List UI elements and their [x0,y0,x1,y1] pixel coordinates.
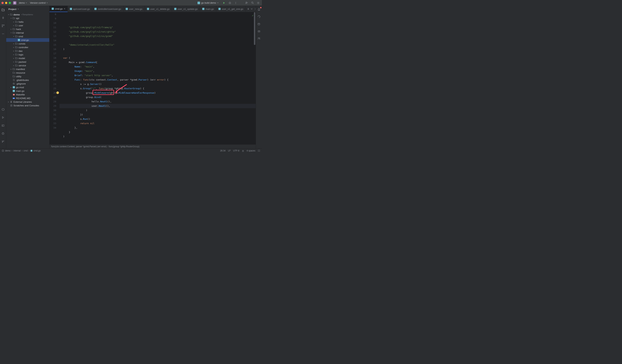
code-line[interactable]: group.Middleware(ghttp.MiddlewareHandler… [59,91,256,95]
tree-item-hack[interactable]: ▸hack [6,27,49,31]
line-number[interactable]: 14 [49,38,56,43]
tree-arrow-icon[interactable]: ▸ [12,42,15,45]
tree-arrow-icon[interactable]: ▸ [12,64,15,67]
tree-item-resource[interactable]: resource [6,71,49,75]
vertical-dots-icon[interactable] [254,8,256,10]
tree-item-controller[interactable]: ▸controller [6,45,49,49]
vertical-scrollbar[interactable] [253,12,256,144]
structure-tool-button[interactable] [1,23,5,28]
tree-arrow-icon[interactable] [10,82,12,85]
line-number[interactable]: 24 [49,82,56,86]
tree-arrow-icon[interactable]: ▾ [12,35,15,38]
code-line[interactable]: user.NewV1(), [59,104,256,108]
code-content[interactable]: "github.com/gogf/gf/v2/frame/g" "github.… [59,12,256,144]
tree-item-hello[interactable]: ▸hello [6,20,49,24]
tree-item-logic[interactable]: ▸logic [6,53,49,56]
tree-item-external-libraries[interactable]: ▸External Libraries [6,100,49,104]
line-number[interactable]: 13 [49,34,56,38]
run-config-dropdown[interactable]: go build demo [196,1,220,4]
tree-arrow-icon[interactable]: ▸ [12,57,15,59]
code-line[interactable]: var ( [59,56,256,60]
line-number[interactable]: 29 [49,104,56,108]
tree-arrow-icon[interactable]: ▸ [10,86,12,89]
code-line[interactable] [59,38,256,43]
tree-arrow-icon[interactable]: ▸ [12,46,15,49]
line-number[interactable]: 19 [49,60,56,65]
indent-settings[interactable]: 4 spaces [247,150,255,152]
line-number[interactable]: 27 [49,95,56,99]
more-tools-button[interactable] [1,31,5,36]
tree-arrow-icon[interactable] [10,93,12,96]
notifications-button[interactable] [257,7,261,12]
tree-arrow-icon[interactable]: ▾ [10,31,12,34]
chevron-down-icon[interactable] [251,8,253,10]
project-panel-header[interactable]: Project [6,6,49,12]
editor-tab[interactable]: user_v1_delete.go [145,6,172,12]
ai-assistant-button[interactable] [257,15,261,19]
tree-arrow-icon[interactable]: ▸ [12,60,15,63]
close-tab-button[interactable]: × [64,7,65,10]
tree-item-user[interactable]: ▸user [6,24,49,27]
line-number[interactable]: 21 [49,69,56,73]
inspection-ok-icon[interactable]: ✓ [252,13,253,18]
code-line[interactable] [59,139,256,143]
code-line[interactable]: return nil [59,121,256,126]
run-button[interactable] [222,1,226,5]
scrollbar-thumb[interactable] [254,12,255,45]
collaborate-button[interactable] [257,36,261,41]
code-with-me-button[interactable] [244,1,249,5]
code-line[interactable]: "demo/internal/controller/hello" [59,43,256,47]
tree-item-scratches-and-consoles[interactable]: Scratches and Consoles [6,104,49,107]
line-number[interactable]: 10 [49,21,56,25]
code-line[interactable]: } [59,130,256,134]
breadcrumb-item[interactable]: func(ctx context.Context, parser *gcmd.P… [51,145,107,148]
line-number[interactable]: 17 [49,52,56,56]
search-everywhere-button[interactable] [250,1,255,5]
code-line[interactable] [59,52,256,56]
breadcrumb-part[interactable]: cmd.go [34,150,40,152]
code-line[interactable]: }) [59,113,256,117]
terminal-tool-button[interactable] [1,123,5,128]
tree-arrow-icon[interactable]: ▸ [12,50,15,52]
problems-tool-button[interactable] [1,131,5,136]
tree-item-makefile[interactable]: MMakefile [6,93,49,96]
editor-tab[interactable]: user_v1_get_one.go [216,6,246,12]
window-close-button[interactable] [1,2,4,4]
code-line[interactable]: Usage: "main", [59,69,256,73]
debug-button[interactable] [228,1,232,5]
tree-item-consts[interactable]: ▸consts [6,42,49,45]
project-tool-button[interactable] [1,7,5,12]
line-number[interactable]: 34 [49,126,56,130]
services-tool-button[interactable] [1,107,5,112]
project-dropdown[interactable]: demo [18,1,29,5]
line-number[interactable]: 32 [49,117,56,121]
window-maximize-button[interactable] [9,2,11,4]
code-line[interactable]: group.Bind( [59,95,256,99]
code-line[interactable]: ) [59,134,256,139]
project-tree[interactable]: ▾demo~/Temp/demo▾api▸hello▸user▸hack▾int… [6,12,49,148]
breadcrumb-part[interactable]: cmd [23,150,28,152]
code-line[interactable]: ) [59,47,256,52]
tree-arrow-icon[interactable]: ▸ [10,68,12,70]
tree-arrow-icon[interactable] [15,39,18,41]
tree-arrow-icon[interactable] [10,79,12,81]
tree-arrow-icon[interactable]: ▸ [12,20,15,23]
line-number[interactable]: 22 [49,73,56,78]
tree-arrow-icon[interactable]: ▾ [7,13,10,16]
line-number[interactable]: 11 [49,25,56,30]
code-line[interactable]: Brief: "start http server", [59,73,256,78]
line-separator[interactable]: LF [228,150,231,152]
code-line[interactable]: hello.NewV1(), [59,99,256,104]
more-actions-button[interactable] [233,1,238,5]
navigation-breadcrumb[interactable]: demo › internal › cmd › cmd.go [2,150,40,152]
editor-tab[interactable]: api/user/user.go [68,6,92,12]
tree-item-service[interactable]: ▸service [6,64,49,67]
run-tool-button[interactable] [1,115,5,120]
database-tool-button[interactable] [257,22,261,26]
tree-item-packed[interactable]: ▸packed [6,60,49,64]
tree-item-manifest[interactable]: ▸manifest [6,67,49,71]
line-number[interactable]: 8 [49,12,56,17]
tree-arrow-icon[interactable]: ▸ [12,53,15,56]
lock-icon[interactable] [242,150,244,152]
tree-item--gitattributes[interactable]: .gitattributes [6,78,49,82]
